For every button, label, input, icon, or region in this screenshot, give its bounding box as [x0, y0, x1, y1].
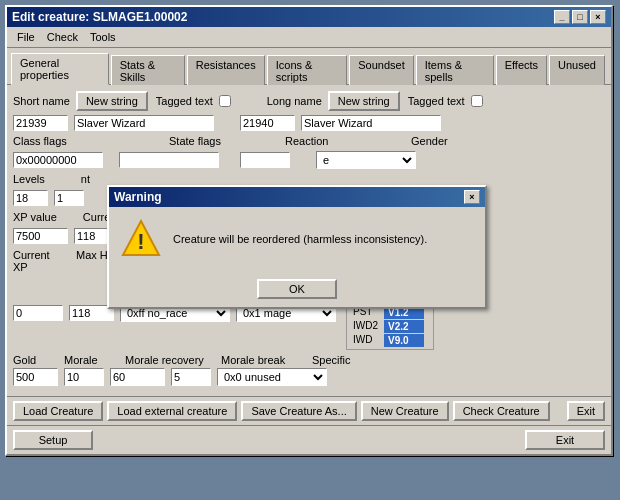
close-button[interactable]: × [590, 10, 606, 24]
window-title: Edit creature: SLMAGE1.00002 [12, 10, 187, 24]
title-bar: Edit creature: SLMAGE1.00002 _ □ × [7, 7, 611, 27]
menu-bar: File Check Tools [7, 27, 611, 48]
content-area: Short name New string Tagged text Long n… [7, 85, 611, 396]
minimize-button[interactable]: _ [554, 10, 570, 24]
check-creature-button[interactable]: Check Creature [453, 401, 550, 421]
bottom-bar-1: Load Creature Load external creature Sav… [7, 396, 611, 425]
tab-resistances[interactable]: Resistances [187, 55, 265, 87]
menu-tools[interactable]: Tools [84, 29, 122, 45]
warning-icon: ! [121, 219, 161, 259]
svg-text:!: ! [137, 229, 144, 254]
dialog-close-button[interactable]: × [464, 190, 480, 204]
dialog-ok-button[interactable]: OK [257, 279, 337, 299]
menu-check[interactable]: Check [41, 29, 84, 45]
menu-file[interactable]: File [11, 29, 41, 45]
warning-dialog: Warning × ! Creature will be reordered (… [107, 185, 487, 309]
tab-soundset[interactable]: Soundset [349, 55, 413, 87]
new-creature-button[interactable]: New Creature [361, 401, 449, 421]
save-creature-button[interactable]: Save Creature As... [241, 401, 356, 421]
tab-general-properties[interactable]: General properties [11, 53, 109, 85]
bottom-bar-2: Setup Exit [7, 425, 611, 454]
tab-effects[interactable]: Effects [496, 55, 547, 87]
dialog-content: ! Creature will be reordered (harmless i… [109, 207, 485, 271]
load-creature-button[interactable]: Load Creature [13, 401, 103, 421]
dialog-title-bar: Warning × [109, 187, 485, 207]
setup-button[interactable]: Setup [13, 430, 93, 450]
maximize-button[interactable]: □ [572, 10, 588, 24]
dialog-message: Creature will be reordered (harmless inc… [173, 233, 427, 245]
tab-icons-scripts[interactable]: Icons & scripts [267, 55, 348, 87]
load-external-button[interactable]: Load external creature [107, 401, 237, 421]
main-window: Edit creature: SLMAGE1.00002 _ □ × File … [5, 5, 613, 456]
dialog-overlay: Warning × ! Creature will be reordered (… [7, 85, 611, 396]
title-bar-buttons: _ □ × [554, 10, 606, 24]
tabs-container: General properties Stats & Skills Resist… [7, 48, 611, 85]
tab-items-spells[interactable]: Items & spells [416, 55, 494, 87]
tab-unused[interactable]: Unused [549, 55, 605, 87]
exit-button[interactable]: Exit [567, 401, 605, 421]
exit2-button[interactable]: Exit [525, 430, 605, 450]
dialog-title-text: Warning [114, 190, 162, 204]
tab-stats-skills[interactable]: Stats & Skills [111, 55, 185, 87]
dialog-buttons: OK [109, 271, 485, 307]
